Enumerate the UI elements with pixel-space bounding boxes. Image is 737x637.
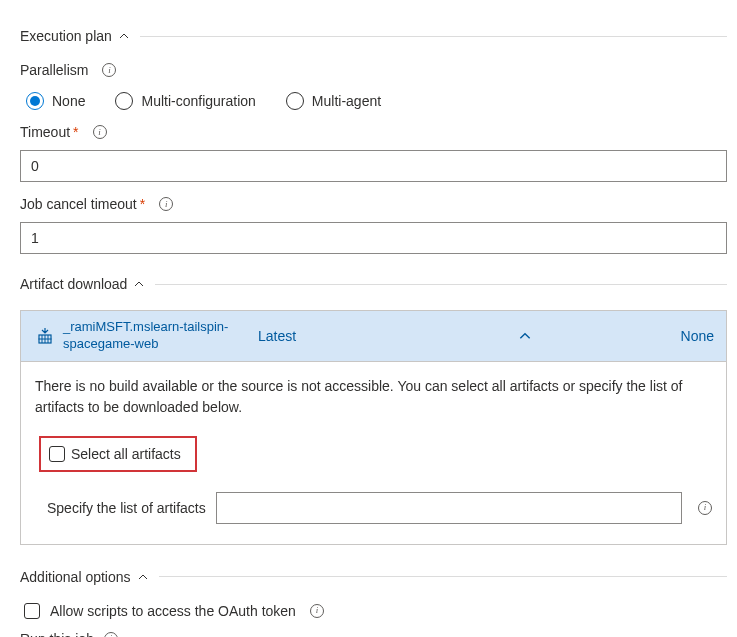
specify-artifacts-row: Specify the list of artifacts i [47, 492, 712, 524]
section-title: Artifact download [20, 276, 127, 292]
info-icon[interactable]: i [310, 604, 324, 618]
parallelism-label-row: Parallelism i [20, 62, 727, 78]
required-asterisk: * [140, 196, 145, 212]
radio-multi-agent[interactable]: Multi-agent [286, 92, 381, 110]
timeout-input[interactable] [20, 150, 727, 182]
divider [159, 576, 727, 577]
artifact-none: None [681, 328, 714, 344]
chevron-up-icon [133, 278, 145, 290]
section-artifact-download[interactable]: Artifact download [20, 276, 727, 292]
artifact-body: There is no build available or the sourc… [21, 362, 726, 544]
section-title: Additional options [20, 569, 131, 585]
chevron-up-icon [137, 571, 149, 583]
allow-scripts-checkbox[interactable] [24, 603, 40, 619]
chevron-up-icon [118, 30, 130, 42]
divider [140, 36, 727, 37]
section-additional-options[interactable]: Additional options [20, 569, 727, 585]
info-icon[interactable]: i [698, 501, 712, 515]
section-execution-plan[interactable]: Execution plan [20, 28, 727, 44]
specify-artifacts-input[interactable] [216, 492, 682, 524]
timeout-label: Timeout [20, 124, 70, 140]
info-icon[interactable]: i [104, 632, 118, 637]
info-icon[interactable]: i [159, 197, 173, 211]
job-cancel-label-row: Job cancel timeout * i [20, 196, 727, 212]
required-asterisk: * [73, 124, 78, 140]
job-cancel-label: Job cancel timeout [20, 196, 137, 212]
radio-label: Multi-configuration [141, 93, 255, 109]
radio-circle-icon [115, 92, 133, 110]
radio-none[interactable]: None [26, 92, 85, 110]
artifact-panel: _ramiMSFT.mslearn-tailspin-spacegame-web… [20, 310, 727, 545]
select-all-label: Select all artifacts [71, 446, 181, 462]
select-all-highlight: Select all artifacts [39, 436, 197, 472]
artifact-message: There is no build available or the sourc… [35, 376, 712, 418]
parallelism-radio-group: None Multi-configuration Multi-agent [26, 92, 727, 110]
job-cancel-input[interactable] [20, 222, 727, 254]
radio-circle-icon [26, 92, 44, 110]
timeout-label-row: Timeout * i [20, 124, 727, 140]
radio-multi-configuration[interactable]: Multi-configuration [115, 92, 255, 110]
artifact-header[interactable]: _ramiMSFT.mslearn-tailspin-spacegame-web… [21, 311, 726, 362]
artifact-build-icon [33, 327, 57, 345]
select-all-checkbox[interactable] [49, 446, 65, 462]
info-icon[interactable]: i [102, 63, 116, 77]
radio-circle-icon [286, 92, 304, 110]
parallelism-label: Parallelism [20, 62, 88, 78]
specify-label: Specify the list of artifacts [47, 500, 206, 516]
info-icon[interactable]: i [93, 125, 107, 139]
artifact-name: _ramiMSFT.mslearn-tailspin-spacegame-web [63, 319, 258, 353]
radio-label: None [52, 93, 85, 109]
run-this-job-label: Run this job [20, 631, 94, 637]
artifact-latest: Latest [258, 328, 408, 344]
allow-scripts-label: Allow scripts to access the OAuth token [50, 603, 296, 619]
chevron-up-icon [408, 329, 681, 343]
divider [155, 284, 727, 285]
section-title: Execution plan [20, 28, 112, 44]
allow-scripts-row[interactable]: Allow scripts to access the OAuth token … [24, 603, 727, 619]
radio-label: Multi-agent [312, 93, 381, 109]
run-this-job-row: Run this job i [20, 631, 727, 637]
